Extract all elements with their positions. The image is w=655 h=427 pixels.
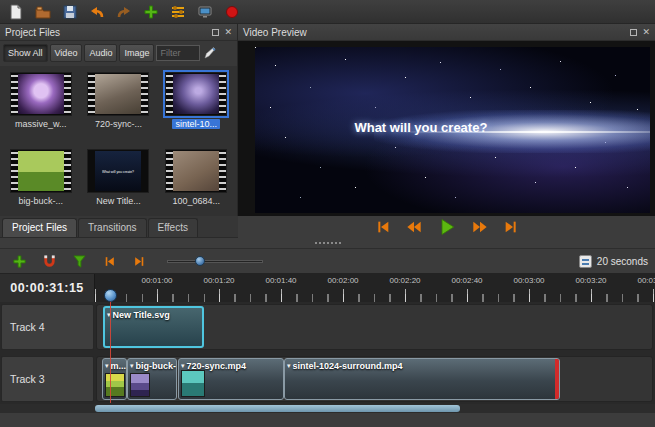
clip-menu-icon[interactable]: ▾ (181, 362, 185, 370)
filter-show-all-button[interactable]: Show All (3, 44, 48, 62)
clip-big-buck[interactable]: ▾ big-buck- (127, 358, 177, 400)
ruler-minor-ticks (95, 294, 655, 302)
save-project-icon (62, 4, 78, 20)
track-3-lane[interactable]: ▾ m... ▾ big-buck- ▾ 720-sync.mp4 (96, 356, 653, 402)
fullscreen-icon (197, 4, 213, 20)
file-label: 100_0684... (169, 196, 223, 206)
ruler-label: 00:03:40 (637, 276, 655, 285)
track-4-label[interactable]: Track 4 (1, 304, 94, 350)
add-track-button[interactable] (7, 251, 31, 272)
export-video-button[interactable] (220, 1, 244, 22)
undock-icon[interactable] (630, 29, 637, 36)
ruler-label: 00:02:00 (327, 276, 358, 285)
file-label: New Title... (93, 196, 144, 206)
file-label: big-buck-... (16, 196, 67, 206)
open-project-button[interactable] (31, 1, 55, 22)
jump-end-button[interactable] (502, 219, 520, 235)
zoom-scale-value: 20 seconds (597, 256, 648, 267)
clip-menu-icon[interactable]: ▾ (130, 362, 134, 370)
clip-sintel-surround[interactable]: ▾ sintel-1024-surround.mp4 (284, 358, 560, 400)
filter-video-button[interactable]: Video (50, 44, 83, 62)
clip-thumbnail (181, 370, 205, 397)
fullscreen-button[interactable] (193, 1, 217, 22)
tab-project-files[interactable]: Project Files (2, 218, 77, 237)
main-toolbar (0, 0, 655, 24)
transport-controls (238, 216, 655, 238)
clip-thumbnail (130, 373, 150, 397)
file-item-new-title[interactable]: What will you create? New Title... (80, 149, 158, 216)
tab-effects[interactable]: Effects (148, 218, 198, 237)
clip-menu-icon[interactable]: ▾ (105, 362, 109, 370)
snapping-button[interactable] (37, 251, 61, 272)
timeline-scrollbar[interactable] (95, 405, 460, 412)
rewind-button[interactable] (404, 219, 424, 235)
close-icon[interactable]: ✕ (224, 28, 232, 37)
clip-m[interactable]: ▾ m... (102, 358, 127, 400)
file-item-sintel[interactable]: sintel-10... (157, 72, 235, 139)
new-project-button[interactable] (4, 1, 28, 22)
undock-icon[interactable] (212, 29, 219, 36)
track-4-lane[interactable]: ▾ New Title.svg (96, 304, 653, 350)
clip-menu-icon[interactable]: ▾ (287, 362, 291, 370)
brush-icon[interactable] (202, 45, 218, 61)
video-preview-area[interactable]: What will you create? (238, 41, 655, 216)
project-files-grid: massive_w... 720-sync-... sintel-10... b… (0, 66, 237, 216)
import-files-icon (143, 4, 159, 20)
jump-start-button[interactable] (374, 219, 392, 235)
openshot-window: Project Files ✕ Show All Video Audio Ima… (0, 0, 655, 427)
play-icon (436, 217, 458, 237)
file-item-100-0684[interactable]: 100_0684... (157, 149, 235, 216)
choose-profile-icon (170, 4, 186, 20)
filter-image-button[interactable]: Image (119, 44, 154, 62)
undo-icon (89, 4, 105, 20)
zoom-scale-icon (579, 255, 592, 268)
zoom-slider-track (167, 260, 263, 263)
ruler-label: 00:01:20 (203, 276, 234, 285)
file-thumbnail (165, 149, 227, 193)
add-marker-button[interactable] (67, 251, 91, 272)
playhead[interactable] (104, 289, 117, 302)
file-item-massive[interactable]: massive_w... (2, 72, 80, 139)
clip-label: sintel-1024-surround.mp4 (293, 361, 403, 371)
ruler-label: 00:01:00 (141, 276, 172, 285)
timeline-scrollbar-track[interactable] (0, 404, 655, 413)
track-3-label[interactable]: Track 3 (1, 356, 94, 402)
undo-button[interactable] (85, 1, 109, 22)
filter-input[interactable] (156, 45, 200, 61)
video-preview-title: Video Preview (243, 27, 307, 38)
previous-marker-icon (102, 255, 117, 268)
next-marker-icon (132, 255, 147, 268)
new-project-icon (8, 4, 24, 20)
zoom-scale-select[interactable]: 20 seconds (579, 255, 648, 268)
choose-profile-button[interactable] (166, 1, 190, 22)
file-item-720-sync[interactable]: 720-sync-... (80, 72, 158, 139)
next-marker-button[interactable] (127, 251, 151, 272)
tab-transitions[interactable]: Transitions (78, 218, 147, 237)
previous-marker-button[interactable] (97, 251, 121, 272)
clip-label: m... (111, 361, 127, 371)
video-preview-titlebar: Video Preview ✕ (238, 24, 655, 41)
fast-forward-button[interactable] (470, 219, 490, 235)
filter-audio-button[interactable]: Audio (84, 44, 117, 62)
clip-thumbnail (105, 373, 125, 397)
splitter-handle[interactable] (0, 238, 655, 248)
close-icon[interactable]: ✕ (642, 28, 650, 37)
add-marker-icon (72, 254, 87, 269)
import-files-button[interactable] (139, 1, 163, 22)
zoom-slider[interactable] (167, 254, 263, 268)
snapping-icon (42, 254, 57, 269)
file-item-big-buck[interactable]: big-buck-... (2, 149, 80, 216)
title-thumb-text: What will you create? (103, 169, 135, 173)
clip-trim-handle[interactable] (555, 359, 559, 399)
redo-button[interactable] (112, 1, 136, 22)
jump-end-icon (502, 219, 520, 235)
redo-icon (116, 4, 132, 20)
file-thumbnail: What will you create? (87, 149, 149, 193)
play-button[interactable] (436, 217, 458, 237)
clip-720-sync[interactable]: ▾ 720-sync.mp4 (178, 358, 284, 400)
save-project-button[interactable] (58, 1, 82, 22)
ruler-label: 00:03:00 (513, 276, 544, 285)
timeline-ruler[interactable]: 00:01:00 00:01:20 00:01:40 00:02:00 00:0… (95, 274, 655, 302)
clip-new-title[interactable]: ▾ New Title.svg (103, 306, 204, 348)
zoom-slider-handle[interactable] (195, 256, 205, 266)
